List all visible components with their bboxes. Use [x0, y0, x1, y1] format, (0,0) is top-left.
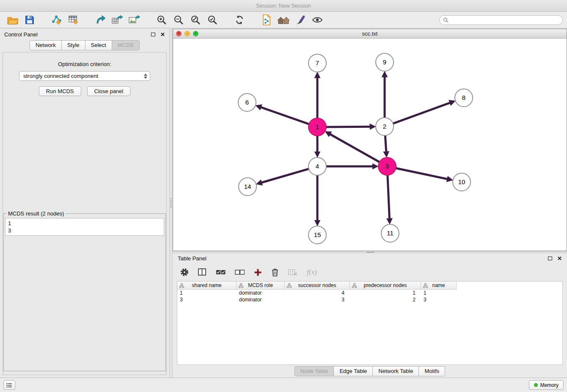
graph-node-2[interactable]: 2 — [376, 118, 394, 135]
graph-node-1[interactable]: 1 — [308, 118, 326, 136]
add-column-button[interactable] — [254, 265, 262, 279]
delete-column-button[interactable] — [271, 265, 279, 279]
network-window-title: scc.txt — [173, 30, 567, 37]
column-header-shared-name[interactable]: shared name — [177, 282, 237, 290]
table-cell[interactable]: 3 — [285, 296, 350, 303]
task-history-button[interactable] — [3, 380, 15, 390]
tab-select[interactable]: Select — [85, 40, 112, 50]
table-toolbar: f(x) — [173, 263, 567, 281]
export-table-button[interactable] — [109, 13, 126, 27]
style-brush-button[interactable] — [292, 13, 309, 27]
table-cell[interactable]: 3 — [421, 296, 457, 303]
vertical-splitter[interactable] — [169, 29, 173, 378]
network-window-titlebar: scc.txt ✕ − + — [173, 29, 567, 39]
column-label: MCDS role — [248, 282, 273, 288]
float-panel-icon[interactable] — [151, 33, 155, 36]
graph-node-3[interactable]: 3 — [378, 157, 396, 175]
memory-button[interactable]: Memory — [529, 380, 564, 390]
graph-node-label: 3 — [385, 163, 389, 170]
graph-node-6[interactable]: 6 — [238, 94, 256, 111]
graph-node-14[interactable]: 14 — [239, 178, 256, 196]
optimization-criterion-select[interactable]: strongly connected component — [19, 71, 150, 81]
search-input[interactable] — [451, 17, 559, 23]
graph-edge-2-3[interactable] — [385, 135, 386, 152]
import-network-button[interactable] — [48, 13, 65, 27]
graph-edge-4-14[interactable] — [261, 169, 309, 183]
table-row[interactable]: 1dominator411 — [177, 290, 562, 296]
network-canvas[interactable]: 7968124314101511 — [173, 39, 567, 251]
graph-node-15[interactable]: 15 — [308, 226, 326, 244]
table-cell[interactable]: 3 — [177, 296, 237, 303]
show-columns-button[interactable] — [198, 265, 206, 279]
float-table-panel-icon[interactable] — [548, 257, 552, 260]
home-button[interactable] — [275, 13, 292, 27]
close-window-icon[interactable]: ✕ — [176, 31, 182, 36]
close-panel-button[interactable]: Close panel — [87, 86, 131, 96]
graph-node-8[interactable]: 8 — [455, 89, 473, 107]
delete-table-button[interactable] — [288, 265, 297, 279]
zoom-selected-button[interactable] — [204, 13, 221, 27]
tab-motifs[interactable]: Motifs — [418, 366, 445, 376]
zoom-window-icon[interactable]: + — [193, 31, 198, 36]
column-header-predecessor-nodes[interactable]: predecessor nodes — [350, 282, 421, 290]
table-cell[interactable]: 4 — [285, 290, 350, 296]
graph-edge-3-11[interactable] — [388, 175, 390, 219]
control-panel-header: Control Panel ✕ — [0, 29, 169, 40]
home-icon — [277, 15, 290, 25]
table-row[interactable]: 3dominator323 — [177, 296, 562, 303]
close-panel-icon[interactable]: ✕ — [160, 31, 165, 38]
select-all-button[interactable] — [216, 265, 226, 279]
close-table-panel-icon[interactable]: ✕ — [557, 255, 562, 262]
function-builder-button[interactable]: f(x) — [307, 265, 317, 279]
import-table-icon — [68, 15, 79, 25]
graph-node-10[interactable]: 10 — [453, 173, 471, 191]
zoom-fit-button[interactable] — [187, 13, 204, 27]
column-header-successor-nodes[interactable]: successor nodes — [285, 282, 350, 290]
export-network-button[interactable] — [92, 13, 109, 27]
main-area: Control Panel ✕ NetworkStyleSelectMCDS O… — [0, 29, 567, 378]
table-settings-button[interactable] — [180, 265, 189, 279]
graph-edge-1-6[interactable] — [261, 107, 309, 124]
column-header-mcds-role[interactable]: MCDS role — [237, 282, 285, 290]
tab-mcds[interactable]: MCDS — [112, 40, 140, 50]
graph-edge-3-10[interactable] — [396, 168, 448, 179]
graph-edge-3-1[interactable] — [330, 134, 380, 162]
import-table-button[interactable] — [65, 13, 82, 27]
table-cell[interactable]: 1 — [421, 290, 457, 296]
tab-style[interactable]: Style — [61, 40, 85, 50]
export-image-button[interactable] — [126, 13, 143, 27]
horizontal-splitter[interactable] — [173, 251, 567, 253]
zoom-in-button[interactable] — [153, 13, 170, 27]
column-header-name[interactable]: name — [421, 282, 457, 290]
zoom-out-button[interactable] — [170, 13, 187, 27]
tab-network-table[interactable]: Network Table — [372, 366, 419, 376]
node-table-body: 1dominator4113dominator323 — [177, 290, 562, 303]
graph-edge-1-2[interactable] — [326, 127, 370, 127]
tab-edge-table[interactable]: Edge Table — [333, 366, 373, 376]
mcds-button-row: Run MCDS Close panel — [39, 86, 130, 96]
tab-node-table[interactable]: Node Table — [295, 366, 334, 376]
table-cell[interactable]: 1 — [177, 290, 237, 296]
table-cell[interactable]: 2 — [350, 296, 421, 303]
tab-network[interactable]: Network — [30, 40, 62, 50]
graph-node-7[interactable]: 7 — [308, 54, 326, 72]
graph-node-9[interactable]: 9 — [376, 53, 394, 71]
clipboard-network-button[interactable] — [258, 13, 275, 27]
minimize-window-icon[interactable]: − — [184, 31, 190, 36]
table-cell[interactable]: dominator — [237, 290, 285, 296]
export-network-icon — [96, 15, 106, 25]
mcds-result-text[interactable]: 1 3 — [5, 218, 164, 236]
table-cell[interactable]: dominator — [237, 296, 285, 303]
graph-node-11[interactable]: 11 — [381, 224, 399, 242]
graph-node-4[interactable]: 4 — [308, 157, 326, 175]
refresh-button[interactable] — [231, 13, 248, 27]
table-cell-filler — [457, 290, 562, 296]
run-mcds-button[interactable]: Run MCDS — [39, 86, 81, 96]
select-all-icon — [216, 270, 226, 275]
save-session-button[interactable] — [21, 13, 38, 27]
graphics-details-button[interactable] — [309, 13, 326, 27]
deselect-all-button[interactable] — [235, 265, 245, 279]
graph-edge-2-8[interactable] — [393, 103, 450, 124]
table-cell[interactable]: 1 — [350, 290, 421, 296]
open-session-button[interactable] — [4, 13, 21, 27]
